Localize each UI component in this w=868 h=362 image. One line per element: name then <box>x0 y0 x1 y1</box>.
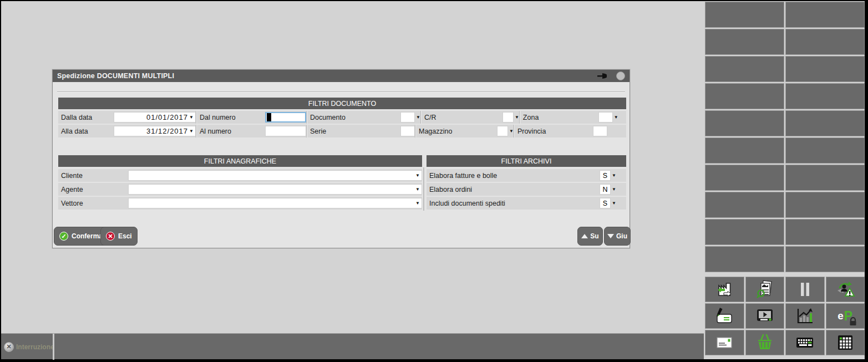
check-icon: ✓ <box>59 232 68 241</box>
signature-button[interactable] <box>705 303 744 329</box>
keyboard-button[interactable] <box>785 330 825 355</box>
filter-row-1: Dalla data 01/01/2017 ▼ Dal numero Docum… <box>58 111 626 124</box>
pause-button[interactable] <box>785 277 825 302</box>
factory-transfer-icon <box>714 279 735 299</box>
statistics-icon <box>794 306 815 326</box>
sidebar-slot <box>705 219 784 245</box>
magazzino-dropdown[interactable]: ▼ <box>497 126 514 136</box>
vettore-dropdown[interactable]: ▼ <box>128 198 422 208</box>
documento-dropdown[interactable]: ▼ <box>400 112 420 123</box>
provincia-input[interactable] <box>593 126 607 136</box>
chevron-down-icon: ▼ <box>612 174 616 178</box>
interruzione-button[interactable]: ✕ Interruzione <box>1 334 52 360</box>
provincia-label: Provincia <box>515 128 593 135</box>
ep-lock-button[interactable]: eP <box>826 303 865 329</box>
sidebar-slot <box>785 83 865 109</box>
giu-button[interactable]: Giu <box>604 227 631 246</box>
al-numero-input[interactable] <box>265 126 306 136</box>
elabora-fatture-label: Elabora fatture e bolle <box>427 172 600 180</box>
x-icon: ✕ <box>106 232 115 241</box>
divider <box>53 334 54 360</box>
vettore-row: Vettore ▼ <box>58 197 422 210</box>
esci-button[interactable]: ✕ Esci <box>100 227 138 246</box>
cliente-row: Cliente ▼ <box>58 169 422 182</box>
sidebar-slot <box>705 2 784 28</box>
includi-spediti-dropdown[interactable]: S ▼ <box>600 198 616 208</box>
sidebar-slot <box>785 137 865 164</box>
bottom-status-bar: ✕ Interruzione <box>1 333 704 359</box>
chevron-down-icon: ▼ <box>189 129 194 134</box>
section-header-filtri-archivi: FILTRI ARCHIVI <box>427 155 626 167</box>
factory-transfer-button[interactable] <box>705 277 744 302</box>
zona-label: Zona <box>520 114 598 121</box>
includi-spediti-label: Includi documenti spediti <box>427 200 600 207</box>
video-player-button[interactable] <box>745 303 785 329</box>
chevron-down-icon: ▼ <box>189 115 194 120</box>
cr-label: C/R <box>422 114 502 121</box>
keypad-button[interactable] <box>826 330 865 355</box>
statistics-button[interactable] <box>785 303 825 329</box>
arrow-down-icon <box>607 234 614 238</box>
sidebar-slot <box>705 56 784 82</box>
sidebar-slot <box>705 110 784 136</box>
video-player-icon <box>754 306 775 326</box>
basket-button[interactable] <box>745 330 785 355</box>
agente-label: Agente <box>58 186 128 193</box>
cliente-label: Cliente <box>58 172 128 180</box>
magazzino-label: Magazzino <box>416 128 497 135</box>
divider <box>423 167 424 211</box>
su-button[interactable]: Su <box>577 227 603 246</box>
interruzione-label: Interruzione <box>16 343 54 351</box>
window-ball-icon[interactable] <box>616 72 625 80</box>
section-header-filtri-anagrafiche: FILTRI ANAGRAFICHE <box>58 155 422 167</box>
pause-icon <box>795 279 815 299</box>
serie-input[interactable] <box>400 126 415 136</box>
cliente-dropdown[interactable]: ▼ <box>128 170 422 181</box>
mail-button[interactable] <box>705 330 744 355</box>
elabora-fatture-dropdown[interactable]: S ▼ <box>600 170 616 181</box>
vettore-label: Vettore <box>58 200 128 207</box>
document-search-button[interactable] <box>745 277 785 302</box>
zona-dropdown[interactable]: ▼ <box>598 112 618 123</box>
chevron-down-icon: ▼ <box>509 129 514 134</box>
desktop: Spedizione DOCUMENTI MULTIPLI FILTRI DOC… <box>1 1 865 359</box>
chevron-down-icon: ▼ <box>612 201 616 206</box>
ep-lock-icon: e <box>837 310 844 322</box>
sidebar-slot <box>705 192 784 218</box>
chevron-down-icon: ▼ <box>416 115 420 120</box>
cr-dropdown[interactable]: ▼ <box>502 112 519 123</box>
sidebar-slot <box>785 110 865 136</box>
sidebar-slot <box>785 56 865 82</box>
elabora-ordini-dropdown[interactable]: N ▼ <box>600 184 616 195</box>
section-header-filtri-documento: FILTRI DOCUMENTO <box>58 98 626 109</box>
agente-dropdown[interactable]: ▼ <box>128 184 422 195</box>
sidebar-slot <box>785 246 865 272</box>
basket-icon <box>754 333 775 353</box>
includi-spediti-row: Includi documenti spediti S ▼ <box>427 197 626 210</box>
elabora-fatture-row: Elabora fatture e bolle S ▼ <box>427 169 626 182</box>
text-cursor <box>267 113 271 121</box>
interrupt-x-icon: ✕ <box>4 342 14 352</box>
elabora-ordini-row: Elabora ordini N ▼ <box>427 183 626 196</box>
chevron-down-icon: ▼ <box>614 115 618 120</box>
sidebar-slot <box>785 29 865 55</box>
chevron-down-icon: ▼ <box>415 187 420 192</box>
mail-icon <box>714 333 735 353</box>
user-sync-warning-icon <box>835 279 856 299</box>
documento-label: Documento <box>307 114 400 121</box>
keypad-icon <box>835 333 855 353</box>
sidebar-slot <box>705 29 784 55</box>
sidebar-slot <box>785 192 865 218</box>
chevron-down-icon: ▼ <box>612 187 616 192</box>
pin-icon[interactable] <box>597 73 608 79</box>
sidebar-slot <box>705 246 784 272</box>
chevron-down-icon: ▼ <box>415 174 420 178</box>
alla-data-field[interactable]: 31/12/2017 ▼ <box>114 126 196 136</box>
sidebar-slot <box>705 137 784 164</box>
dialog-titlebar: Spedizione DOCUMENTI MULTIPLI <box>53 70 630 82</box>
sidebar-icon-grid: eP <box>705 277 865 355</box>
dal-numero-input[interactable] <box>265 112 306 123</box>
user-sync-warning-button[interactable] <box>826 277 865 302</box>
dalla-data-field[interactable]: 01/01/2017 ▼ <box>114 112 196 123</box>
signature-icon <box>714 306 735 326</box>
